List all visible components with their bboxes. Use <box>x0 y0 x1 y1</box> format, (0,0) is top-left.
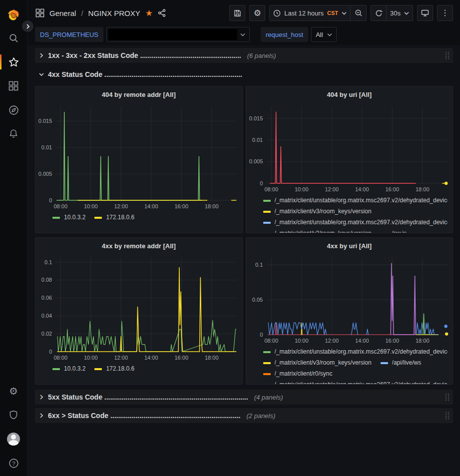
row-header-1xx-3xx-2xx[interactable]: 1xx - 3xx - 2xx Status Code ............… <box>35 48 453 63</box>
drag-handle[interactable] <box>445 412 450 420</box>
legend-item[interactable]: /_matrix/client/unstable/org.matrix.msc2… <box>263 196 448 205</box>
legend-label: /_matrix/client/unstable/org.matrix.msc2… <box>275 196 448 205</box>
svg-text:0.08: 0.08 <box>41 277 52 283</box>
sidebar-item-configuration[interactable]: ⚙ <box>0 379 27 403</box>
panel-404-by-remote-addr: 404 by remote addr [All] 08:0010:0012:00… <box>35 86 243 233</box>
gear-icon: ⚙ <box>254 9 261 17</box>
legend-item[interactable]: /_matrix/client/unstable/org.matrix.msc2… <box>263 218 448 227</box>
svg-text:18:00: 18:00 <box>205 355 219 361</box>
sidebar-item-alerting[interactable] <box>0 122 27 146</box>
zoom-out-button[interactable] <box>351 5 367 21</box>
help-icon: ? <box>8 458 19 469</box>
legend-item[interactable]: /sw.js <box>381 229 407 233</box>
timezone-label: CST <box>327 10 338 16</box>
legend-label: /_matrix/client/r0/sync <box>275 370 333 378</box>
dashboard-topbar: General / NGINX PROXY ★ ⚙ <box>27 0 460 26</box>
legend-swatch <box>381 233 388 234</box>
chart-legend: /_matrix/client/unstable/org.matrix.msc2… <box>246 194 453 233</box>
variables-submenu: DS_PROMETHEUS request_host All <box>27 26 460 45</box>
legend-item[interactable]: /_matrix/client/unstable/org.matrix.msc2… <box>263 381 448 385</box>
sidebar-item-explore[interactable] <box>0 98 27 122</box>
svg-text:0.02: 0.02 <box>41 331 52 337</box>
svg-text:10:00: 10:00 <box>84 203 98 209</box>
panel-4xx-by-uri: 4xx by uri [All] 08:0010:0012:0014:0016:… <box>246 237 454 385</box>
row-header-4xx[interactable]: 4xx Status Code ........................… <box>35 67 453 82</box>
legend-label: /_matrix/client/unstable/org.matrix.msc2… <box>275 381 448 385</box>
svg-text:0: 0 <box>49 197 52 203</box>
chart-4xx-by-remote-addr[interactable]: 08:0010:0012:0014:0016:0018:0000.020.040… <box>35 254 242 363</box>
drag-handle[interactable] <box>445 51 450 60</box>
sidebar-item-starred[interactable] <box>0 50 27 74</box>
refresh-button[interactable] <box>371 5 387 21</box>
legend-swatch <box>263 222 271 224</box>
sidebar-expand-button[interactable] <box>21 19 34 33</box>
user-avatar <box>7 433 20 446</box>
refresh-interval-label: 30s <box>390 9 401 17</box>
tv-mode-button[interactable] <box>417 5 433 21</box>
legend-item[interactable]: /_matrix/client/unstable/org.matrix.msc2… <box>263 348 448 356</box>
chevron-down-icon <box>327 33 332 36</box>
sidebar-item-help[interactable]: ? <box>0 451 27 475</box>
legend-label: /_matrix/client/v3/room_keys/version <box>275 359 372 367</box>
legend-item[interactable]: /_matrix/client/v3/room_keys/version <box>263 359 372 367</box>
legend-swatch <box>94 217 102 219</box>
legend-item[interactable]: /_matrix/client/v3/room_keys/version <box>263 229 372 233</box>
legend-item[interactable]: /_matrix/client/r0/sync <box>263 370 333 378</box>
legend-item[interactable]: /api/live/ws <box>381 359 422 367</box>
legend-item[interactable]: 10.0.3.2 <box>52 365 85 373</box>
chart-404-by-uri[interactable]: 08:0010:0012:0014:0016:0018:0000.0050.01… <box>246 102 453 194</box>
grafana-app: ⚙ ? <box>0 0 460 476</box>
sidebar-item-profile[interactable] <box>0 427 27 451</box>
chart-404-by-remote-addr[interactable]: 08:0010:0012:0014:0016:0018:0000.0050.01… <box>35 102 242 211</box>
search-icon <box>8 33 19 43</box>
svg-text:?: ? <box>12 460 15 466</box>
breadcrumb-folder[interactable]: General <box>49 9 76 17</box>
refresh-interval-dropdown[interactable]: 30s <box>387 5 413 21</box>
svg-text:14:00: 14:00 <box>144 355 158 361</box>
svg-text:16:00: 16:00 <box>174 203 188 209</box>
favorite-star-icon[interactable]: ★ <box>145 8 153 18</box>
time-range-label: Last 12 hours <box>284 9 324 17</box>
sidebar-item-server-admin[interactable] <box>0 403 27 427</box>
apps-icon <box>35 8 44 17</box>
legend-item[interactable]: 172.18.0.6 <box>94 213 134 222</box>
panel-title[interactable]: 4xx by uri [All] <box>246 238 453 254</box>
row-header-5xx[interactable]: 5xx Status Code ........................… <box>35 390 453 405</box>
variable-value-request-host[interactable]: All <box>311 27 336 42</box>
variable-label-request-host: request_host <box>261 27 308 42</box>
legend-swatch <box>263 362 271 364</box>
main-area: General / NGINX PROXY ★ ⚙ <box>27 0 460 476</box>
panel-title[interactable]: 4xx by remote addr [All] <box>35 238 242 254</box>
drag-handle[interactable] <box>445 393 450 402</box>
sidebar-item-dashboards[interactable] <box>0 74 27 98</box>
svg-text:0.05: 0.05 <box>252 297 262 303</box>
svg-text:0: 0 <box>260 332 263 338</box>
share-icon[interactable] <box>158 9 166 17</box>
legend-label: /_matrix/client/unstable/org.matrix.msc2… <box>275 218 448 227</box>
panel-title[interactable]: 404 by remote addr [All] <box>35 86 242 102</box>
chart-4xx-by-uri[interactable]: 08:0010:0012:0014:0016:0018:0000.050.1 <box>246 254 453 346</box>
time-range-picker[interactable]: Last 12 hours CST <box>269 5 351 21</box>
svg-text:0: 0 <box>260 180 263 186</box>
kebab-menu-button[interactable]: ⋮ <box>437 5 453 21</box>
svg-text:18:00: 18:00 <box>205 203 219 209</box>
panel-title[interactable]: 404 by uri [All] <box>246 86 453 102</box>
variable-ds-prometheus: DS_PROMETHEUS <box>35 27 250 42</box>
svg-text:10:00: 10:00 <box>294 186 308 192</box>
dashboard-title[interactable]: NGINX PROXY <box>88 9 140 17</box>
legend-label: /_matrix/client/unstable/org.matrix.msc2… <box>275 348 448 356</box>
svg-text:18:00: 18:00 <box>415 338 429 344</box>
legend-item[interactable]: /_matrix/client/v3/room_keys/version <box>263 207 372 216</box>
svg-text:0.1: 0.1 <box>44 259 52 265</box>
svg-text:14:00: 14:00 <box>144 203 158 209</box>
row-header-6xx[interactable]: 6xx > Status Code ......................… <box>35 408 453 423</box>
legend-item[interactable]: 10.0.3.2 <box>52 213 85 222</box>
legend-item[interactable]: 172.18.0.6 <box>94 365 134 373</box>
svg-text:18:00: 18:00 <box>415 186 429 192</box>
topbar-tools: ⚙ Last 12 hours CST <box>229 5 453 21</box>
svg-text:0.1: 0.1 <box>255 262 262 268</box>
save-dashboard-button[interactable] <box>229 5 245 21</box>
row-panel-count: (6 panels) <box>247 52 276 59</box>
dashboard-settings-button[interactable]: ⚙ <box>249 5 265 21</box>
variable-value-ds-prometheus[interactable] <box>106 27 250 42</box>
